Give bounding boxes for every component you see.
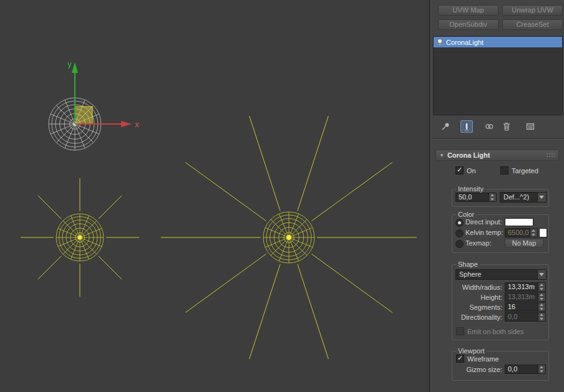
rollout-collapse-icon: ▼: [439, 153, 444, 158]
spinner-arrows-icon: [538, 293, 545, 301]
kelvin-temp-radio[interactable]: [455, 229, 464, 237]
spinner-arrows-icon: [538, 313, 545, 321]
directionality-spinner: 0,0: [505, 312, 546, 322]
kelvin-temp-value: 6500,0: [505, 229, 530, 237]
emit-both-sides-label: Emit on both sides: [467, 328, 524, 335]
make-unique-icon[interactable]: [483, 120, 495, 133]
emit-both-sides-checkbox: Emit on both sides: [456, 327, 524, 335]
move-gizmo[interactable]: [72, 62, 132, 127]
rollout-title: Corona Light: [447, 151, 490, 159]
y-axis-label: y: [67, 60, 72, 69]
creaseset-button[interactable]: CreaseSet: [502, 19, 563, 30]
spinner-arrows-icon[interactable]: [538, 303, 545, 311]
stack-item-label: CoronaLight: [446, 39, 484, 46]
modifier-stack[interactable]: CoronaLight: [433, 36, 563, 115]
intensity-group: Intensity 50,0 Def...^2): [452, 189, 549, 207]
pin-stack-icon[interactable]: [439, 120, 452, 133]
command-panel: UVW Map Unwrap UVW OpenSubdiv CreaseSet …: [429, 0, 564, 392]
intensity-units-dropdown[interactable]: Def...^2): [500, 192, 547, 203]
checkbox-box: [500, 166, 508, 174]
show-end-result-button[interactable]: [460, 120, 473, 133]
stack-toolbar: [435, 118, 560, 135]
corona-light-large[interactable]: [161, 116, 417, 359]
color-group: Color Direct input: Kelvin temp: 6500,0 …: [452, 214, 549, 253]
viewport-canvas[interactable]: y x: [0, 0, 429, 392]
segments-value: 16: [505, 303, 538, 311]
wireframe-label: Wireframe: [467, 355, 499, 363]
opensubdiv-button[interactable]: OpenSubdiv: [438, 19, 498, 30]
shape-group-label: Shape: [456, 261, 480, 269]
on-label: On: [467, 167, 476, 174]
checkbox-box: [456, 355, 464, 363]
unwrap-uvw-button[interactable]: Unwrap UVW: [502, 5, 563, 16]
direct-input-label: Direct input:: [465, 218, 502, 226]
viewport[interactable]: y x: [0, 0, 429, 392]
targeted-checkbox[interactable]: Targeted: [500, 166, 538, 174]
x-axis-label: x: [135, 120, 139, 129]
light-bulb-icon: [436, 38, 444, 47]
spinner-arrows-icon[interactable]: [538, 283, 545, 291]
wireframe-checkbox[interactable]: Wireframe: [456, 355, 499, 363]
rollout-grip-icon: [546, 153, 555, 158]
width-radius-value: 13,313m: [505, 283, 538, 291]
texmap-button-label: No Map: [512, 239, 537, 247]
checkbox-box: [455, 166, 464, 174]
targeted-label: Targeted: [512, 167, 538, 174]
directionality-label: Directionality:: [452, 313, 502, 321]
direct-input-radio[interactable]: [455, 219, 464, 227]
configure-modifier-sets-icon[interactable]: [524, 120, 537, 133]
remove-modifier-icon[interactable]: [500, 120, 513, 133]
gizmo-size-value: 0,0: [505, 365, 538, 373]
shape-group: Shape Sphere Width/radius: 13,313m Heigh…: [452, 264, 549, 340]
kelvin-temp-spinner[interactable]: 6500,0: [505, 228, 538, 237]
3dsmax-window: y x UVW Map Unwrap UVW OpenSubdiv Crease…: [0, 0, 564, 392]
direct-color-swatch[interactable]: [505, 218, 533, 226]
intensity-value: 50,0: [456, 193, 489, 201]
corona-light-rollout-header[interactable]: ▼ Corona Light: [435, 150, 559, 161]
stack-item-coronalight[interactable]: CoronaLight: [434, 37, 562, 47]
checkbox-box: [456, 327, 464, 335]
gizmo-size-label: Gizmo size:: [452, 366, 502, 373]
kelvin-temp-label: Kelvin temp:: [465, 229, 503, 236]
on-checkbox[interactable]: On: [455, 166, 476, 174]
height-label: Height:: [452, 294, 502, 301]
kelvin-color-swatch: [539, 228, 547, 237]
gizmo-size-spinner[interactable]: 0,0: [505, 365, 546, 374]
corona-light-small[interactable]: [21, 178, 139, 297]
uvw-map-button[interactable]: UVW Map: [438, 5, 498, 16]
directionality-value: 0,0: [505, 313, 538, 321]
intensity-units-value: Def...^2): [503, 193, 529, 201]
height-spinner: 13,313m: [505, 292, 546, 302]
segments-label: Segments:: [452, 304, 502, 311]
height-value: 13,313m: [505, 293, 538, 301]
width-radius-label: Width/radius:: [452, 284, 502, 291]
viewport-group: Viewport Wireframe Gizmo size: 0,0: [452, 351, 549, 381]
segments-spinner[interactable]: 16: [505, 302, 546, 312]
spinner-arrows-icon[interactable]: [538, 365, 545, 373]
shape-type-value: Sphere: [459, 270, 481, 278]
spinner-arrows-icon[interactable]: [530, 229, 537, 237]
panel-separator: [432, 138, 564, 140]
texmap-button[interactable]: No Map: [505, 239, 543, 248]
texmap-radio[interactable]: [455, 240, 464, 248]
intensity-spinner[interactable]: 50,0: [455, 193, 497, 202]
shape-type-dropdown[interactable]: Sphere: [455, 269, 547, 280]
width-radius-spinner[interactable]: 13,313m: [505, 282, 546, 292]
texmap-label: Texmap:: [465, 239, 492, 247]
spinner-arrows-icon[interactable]: [489, 193, 496, 201]
